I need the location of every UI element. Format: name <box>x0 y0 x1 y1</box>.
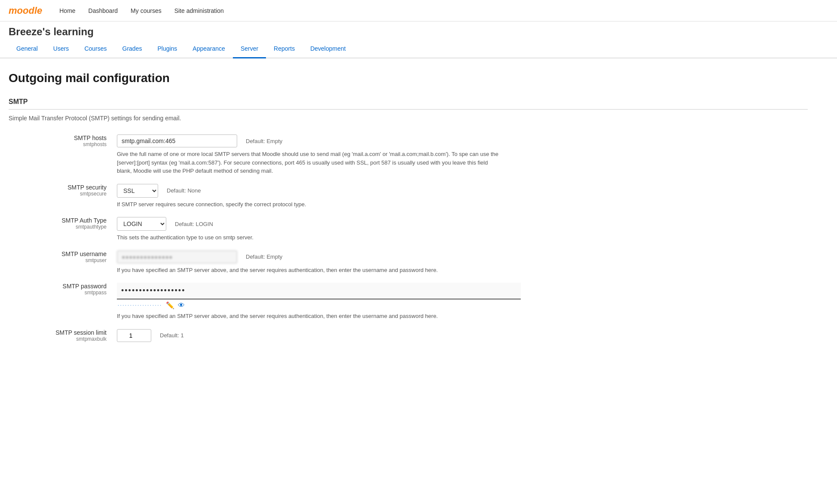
smtp-security-label-cell: SMTP security smtpsecure <box>9 180 112 213</box>
tab-appearance[interactable]: Appearance <box>185 40 233 58</box>
site-admin-title: Breeze's learning <box>9 26 828 38</box>
nav-dashboard[interactable]: Dashboard <box>89 7 118 14</box>
tab-users[interactable]: Users <box>46 40 77 58</box>
smtp-hosts-default: Default: Empty <box>246 138 282 144</box>
smtp-password-sublabel: smtppass <box>14 290 107 296</box>
smtp-password-wrapper <box>117 283 521 299</box>
smtp-session-limit-default: Default: 1 <box>160 332 184 339</box>
smtp-session-limit-row: SMTP session limit smtpmaxbulk Default: … <box>9 325 808 346</box>
smtp-hosts-row: SMTP hosts smtphosts Default: Empty Give… <box>9 130 808 180</box>
smtp-auth-type-help: This sets the authentication type to use… <box>117 233 504 242</box>
password-dots-row: ·················· ✏️ 👁 <box>117 301 803 309</box>
smtp-username-default: Default: Empty <box>246 254 282 260</box>
smtp-security-label: SMTP security <box>14 184 107 191</box>
tab-general[interactable]: General <box>9 40 46 58</box>
smtp-security-sublabel: smtpsecure <box>14 191 107 197</box>
smtp-session-limit-label: SMTP session limit <box>14 329 107 336</box>
smtp-password-row: SMTP password smtppass ·················… <box>9 278 808 325</box>
smtp-security-help: If SMTP server requires secure connectio… <box>117 200 504 209</box>
smtp-password-field-cell: ·················· ✏️ 👁 If you have spec… <box>112 278 808 325</box>
smtp-auth-type-default: Default: LOGIN <box>175 221 213 227</box>
tab-server[interactable]: Server <box>233 40 266 58</box>
password-dots: ·················· <box>118 303 162 308</box>
password-edit-icon[interactable]: ✏️ <box>166 301 174 309</box>
form-table: SMTP hosts smtphosts Default: Empty Give… <box>9 130 808 346</box>
smtp-session-limit-input[interactable] <box>117 329 151 342</box>
smtp-password-help: If you have specified an SMTP server abo… <box>117 312 504 321</box>
smtp-hosts-sublabel: smtphosts <box>14 141 107 147</box>
smtp-username-input[interactable] <box>117 250 237 263</box>
smtp-hosts-label: SMTP hosts <box>14 134 107 141</box>
tab-development[interactable]: Development <box>302 40 354 58</box>
main-content: Outgoing mail configuration SMTP Simple … <box>0 58 816 359</box>
tab-nav: General Users Courses Grades Plugins App… <box>0 40 837 58</box>
smtp-session-limit-input-row: Default: 1 <box>117 329 803 342</box>
section-description: Simple Mail Transfer Protocol (SMTP) set… <box>9 115 808 122</box>
tab-plugins[interactable]: Plugins <box>150 40 185 58</box>
smtp-username-input-row: Default: Empty <box>117 250 803 263</box>
smtp-hosts-label-cell: SMTP hosts smtphosts <box>9 130 112 180</box>
moodle-logo: moodle <box>9 5 42 16</box>
nav-my-courses[interactable]: My courses <box>131 7 162 14</box>
tab-courses[interactable]: Courses <box>76 40 114 58</box>
nav-site-administration[interactable]: Site administration <box>174 7 224 14</box>
smtp-auth-type-label: SMTP Auth Type <box>14 217 107 224</box>
smtp-hosts-input-row: Default: Empty <box>117 134 803 147</box>
smtp-section: SMTP Simple Mail Transfer Protocol (SMTP… <box>9 98 808 346</box>
smtp-security-default: Default: None <box>167 187 201 194</box>
smtp-security-select[interactable]: None SSL TLS <box>117 184 158 198</box>
smtp-username-row: SMTP username smtpuser Default: Empty If… <box>9 246 808 279</box>
top-nav: moodle Home Dashboard My courses Site ad… <box>0 0 837 21</box>
smtp-security-input-row: None SSL TLS Default: None <box>117 184 803 198</box>
smtp-security-field-cell: None SSL TLS Default: None If SMTP serve… <box>112 180 808 213</box>
smtp-hosts-field-cell: Default: Empty Give the full name of one… <box>112 130 808 180</box>
smtp-auth-type-field-cell: LOGIN PLAIN NTLM GSSAPI Default: LOGIN T… <box>112 213 808 246</box>
smtp-session-limit-sublabel: smtpmaxbulk <box>14 336 107 342</box>
smtp-auth-type-row: SMTP Auth Type smtpauthtype LOGIN PLAIN … <box>9 213 808 246</box>
smtp-password-label: SMTP password <box>14 283 107 290</box>
section-title: SMTP <box>9 98 808 110</box>
smtp-username-label-cell: SMTP username smtpuser <box>9 246 112 279</box>
tab-grades[interactable]: Grades <box>115 40 150 58</box>
site-admin-header: Breeze's learning <box>0 21 837 38</box>
smtp-session-limit-field-cell: Default: 1 <box>112 325 808 346</box>
smtp-username-help: If you have specified an SMTP server abo… <box>117 266 504 275</box>
smtp-password-input[interactable] <box>117 283 521 299</box>
password-toggle-visibility-icon[interactable]: 👁 <box>178 302 185 309</box>
smtp-auth-type-select[interactable]: LOGIN PLAIN NTLM GSSAPI <box>117 217 166 231</box>
smtp-username-label: SMTP username <box>14 250 107 257</box>
smtp-username-sublabel: smtpuser <box>14 257 107 263</box>
nav-home[interactable]: Home <box>59 7 75 14</box>
smtp-auth-type-label-cell: SMTP Auth Type smtpauthtype <box>9 213 112 246</box>
smtp-session-limit-label-cell: SMTP session limit smtpmaxbulk <box>9 325 112 346</box>
smtp-hosts-help: Give the full name of one or more local … <box>117 150 504 175</box>
smtp-username-field-cell: Default: Empty If you have specified an … <box>112 246 808 279</box>
page-title: Outgoing mail configuration <box>9 71 808 85</box>
smtp-security-row: SMTP security smtpsecure None SSL TLS De… <box>9 180 808 213</box>
smtp-auth-type-sublabel: smtpauthtype <box>14 224 107 230</box>
tab-reports[interactable]: Reports <box>266 40 302 58</box>
smtp-password-label-cell: SMTP password smtppass <box>9 278 112 325</box>
smtp-auth-type-input-row: LOGIN PLAIN NTLM GSSAPI Default: LOGIN <box>117 217 803 231</box>
smtp-hosts-input[interactable] <box>117 134 237 147</box>
